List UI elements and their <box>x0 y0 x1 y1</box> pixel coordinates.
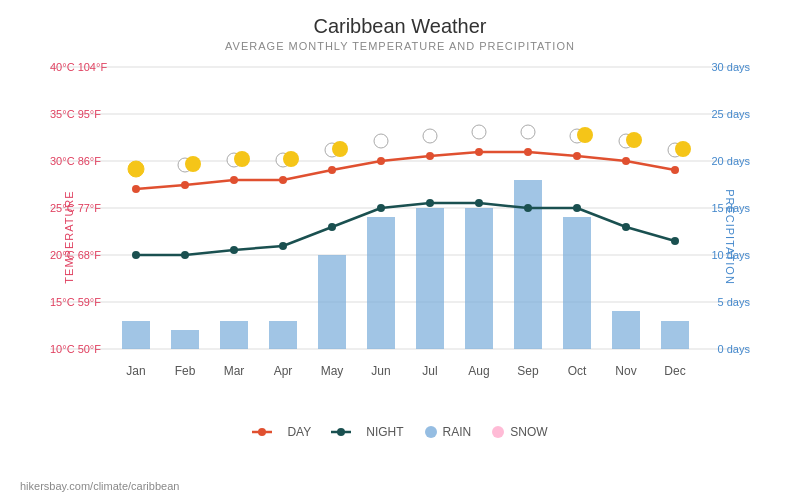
svg-point-68 <box>472 125 486 139</box>
watermark: hikersbay.com/climate/caribbean <box>20 480 179 492</box>
svg-text:Apr: Apr <box>274 364 293 378</box>
svg-point-39 <box>426 152 434 160</box>
svg-text:0 days: 0 days <box>718 343 750 355</box>
svg-text:25°C 77°F: 25°C 77°F <box>50 202 101 214</box>
svg-rect-21 <box>122 321 150 349</box>
legend-night: NIGHT <box>331 425 403 439</box>
svg-point-42 <box>573 152 581 160</box>
svg-point-36 <box>279 176 287 184</box>
svg-point-33 <box>132 185 140 193</box>
svg-text:Feb: Feb <box>175 364 196 378</box>
svg-point-93 <box>492 426 504 438</box>
svg-rect-25 <box>318 255 346 349</box>
svg-text:10°C 50°F: 10°C 50°F <box>50 343 101 355</box>
svg-rect-23 <box>220 321 248 349</box>
svg-point-75 <box>675 141 691 157</box>
svg-point-50 <box>377 204 385 212</box>
svg-text:35°C 95°F: 35°C 95°F <box>50 108 101 120</box>
svg-text:Jun: Jun <box>371 364 390 378</box>
svg-point-35 <box>230 176 238 184</box>
svg-rect-22 <box>171 330 199 349</box>
svg-point-66 <box>374 134 388 148</box>
svg-text:40°C 104°F: 40°C 104°F <box>50 61 107 73</box>
chart-container: Caribbean Weather AVERAGE MONTHLY TEMPER… <box>0 0 800 500</box>
svg-point-41 <box>524 148 532 156</box>
svg-point-47 <box>230 246 238 254</box>
y-axis-right-label: PRECIPITATION <box>724 189 736 285</box>
svg-rect-28 <box>465 208 493 349</box>
legend-rain: RAIN <box>424 425 472 439</box>
svg-point-34 <box>181 181 189 189</box>
svg-rect-26 <box>367 217 395 349</box>
svg-point-92 <box>425 426 437 438</box>
svg-point-37 <box>328 166 336 174</box>
svg-text:25 days: 25 days <box>711 108 750 120</box>
svg-point-73 <box>626 132 642 148</box>
legend-day-label: DAY <box>287 425 311 439</box>
legend-rain-label: RAIN <box>443 425 472 439</box>
svg-point-56 <box>671 237 679 245</box>
svg-point-59 <box>185 156 201 172</box>
svg-rect-27 <box>416 208 444 349</box>
svg-text:Dec: Dec <box>664 364 685 378</box>
svg-point-38 <box>377 157 385 165</box>
svg-point-69 <box>521 125 535 139</box>
svg-text:20°C 68°F: 20°C 68°F <box>50 249 101 261</box>
svg-text:30 days: 30 days <box>711 61 750 73</box>
svg-point-46 <box>181 251 189 259</box>
svg-point-61 <box>234 151 250 167</box>
svg-point-48 <box>279 242 287 250</box>
svg-text:30°C 86°F: 30°C 86°F <box>50 155 101 167</box>
svg-text:Mar: Mar <box>224 364 245 378</box>
svg-point-65 <box>332 141 348 157</box>
legend-night-label: NIGHT <box>366 425 403 439</box>
svg-point-91 <box>337 428 345 436</box>
legend-snow: SNOW <box>491 425 547 439</box>
main-chart: 40°C 104°F 35°C 95°F 30°C 86°F 25°C 77°F… <box>50 57 750 417</box>
svg-text:Oct: Oct <box>568 364 587 378</box>
svg-point-44 <box>671 166 679 174</box>
svg-point-45 <box>132 251 140 259</box>
svg-point-43 <box>622 157 630 165</box>
svg-point-55 <box>622 223 630 231</box>
svg-rect-32 <box>661 321 689 349</box>
svg-rect-30 <box>563 217 591 349</box>
svg-text:Jan: Jan <box>126 364 145 378</box>
svg-rect-31 <box>612 311 640 349</box>
svg-point-53 <box>524 204 532 212</box>
legend-snow-label: SNOW <box>510 425 547 439</box>
svg-point-63 <box>283 151 299 167</box>
svg-point-51 <box>426 199 434 207</box>
svg-text:May: May <box>321 364 344 378</box>
svg-text:Sep: Sep <box>517 364 539 378</box>
svg-rect-24 <box>269 321 297 349</box>
svg-text:Jul: Jul <box>422 364 437 378</box>
chart-legend: DAY NIGHT RAIN SNOW <box>20 425 780 439</box>
svg-point-71 <box>577 127 593 143</box>
chart-subtitle: AVERAGE MONTHLY TEMPERATURE AND PRECIPIT… <box>20 40 780 52</box>
svg-text:Nov: Nov <box>615 364 636 378</box>
svg-text:Aug: Aug <box>468 364 489 378</box>
svg-point-89 <box>258 428 266 436</box>
svg-text:5 days: 5 days <box>718 296 750 308</box>
svg-text:20 days: 20 days <box>711 155 750 167</box>
svg-point-52 <box>475 199 483 207</box>
svg-text:15°C 59°F: 15°C 59°F <box>50 296 101 308</box>
svg-point-54 <box>573 204 581 212</box>
svg-point-49 <box>328 223 336 231</box>
legend-day: DAY <box>252 425 311 439</box>
chart-title: Caribbean Weather <box>20 15 780 38</box>
svg-point-67 <box>423 129 437 143</box>
svg-point-40 <box>475 148 483 156</box>
svg-point-57 <box>128 161 144 177</box>
